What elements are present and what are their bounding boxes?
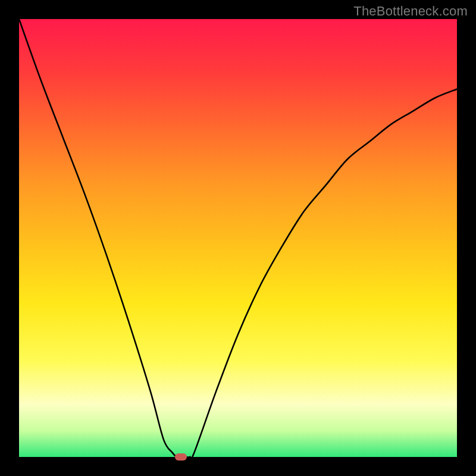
plot-area bbox=[19, 19, 457, 457]
bottleneck-curve-path bbox=[19, 19, 457, 457]
minimum-marker bbox=[175, 453, 187, 461]
chart-frame: TheBottleneck.com bbox=[0, 0, 476, 476]
curve-svg bbox=[19, 19, 457, 457]
watermark-text: TheBottleneck.com bbox=[353, 4, 468, 19]
